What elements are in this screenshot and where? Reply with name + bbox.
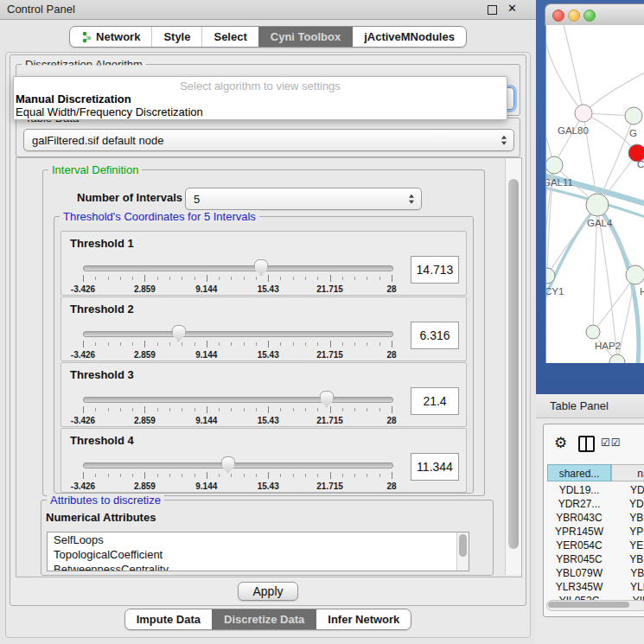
slider-track[interactable] (83, 331, 393, 337)
network-node-gal80[interactable] (575, 105, 592, 122)
tab-style[interactable]: Style (151, 27, 201, 47)
threshold-slider[interactable]: -3.4262.8599.14415.4321.71528 (83, 327, 392, 360)
tick-label: 9.144 (195, 284, 217, 294)
network-node-g[interactable] (625, 107, 642, 124)
slider-handle[interactable] (254, 259, 269, 276)
tab-cyni-toolbox[interactable]: Cyni Toolbox (258, 27, 352, 47)
table-cell[interactable]: YDR2 (611, 497, 644, 511)
tab-label: Select (214, 30, 246, 43)
select-columns-checkboxes-icon[interactable]: ☑☑ (601, 437, 622, 449)
list-item[interactable]: SelfLoops (48, 532, 469, 547)
group-title: Interval Definition (48, 163, 142, 176)
list-item[interactable]: TopologicalCoefficient (48, 547, 469, 562)
minor-tick (317, 277, 318, 280)
numerical-attributes-list[interactable]: SelfLoopsTopologicalCoefficientBetweenne… (47, 532, 469, 571)
scrollbar-thumb[interactable] (459, 534, 467, 557)
table-cell[interactable]: YPR1 (611, 525, 644, 539)
table-cell[interactable]: YDL19... (547, 483, 611, 497)
close-icon[interactable]: ✕ (507, 2, 517, 15)
bottom-tab-bar-wrap: Impute DataDiscretize DataInfer Network (6, 609, 530, 630)
slider-handle[interactable] (171, 325, 186, 341)
list-scrollbar[interactable] (456, 532, 469, 571)
vertical-scrollbar[interactable] (505, 158, 521, 575)
gear-icon[interactable]: ⚙ (554, 434, 567, 452)
number-of-intervals-combobox[interactable]: 5 (185, 188, 422, 210)
major-tick (83, 406, 84, 413)
float-window-icon[interactable] (488, 5, 497, 15)
network-nodes[interactable]: GAL80GCGAL11GAL4GCY1HHAP2 (546, 105, 644, 363)
network-node-gal4[interactable] (586, 194, 609, 216)
network-node-hap2[interactable] (586, 325, 600, 339)
threshold-value-box[interactable]: 21.4 (411, 387, 459, 415)
threshold-value-box[interactable]: 11.344 (411, 453, 459, 481)
table-row[interactable]: YBR045CYBR0 (547, 552, 644, 566)
tab-discretize-data[interactable]: Discretize Data (212, 609, 316, 629)
slider-handle[interactable] (220, 456, 235, 473)
table-data-group: Table Data galFiltered.sif default node (16, 118, 520, 157)
table-cell[interactable]: YBL079W (547, 566, 611, 580)
network-node-gal11[interactable] (546, 156, 563, 174)
table-data-combobox[interactable]: galFiltered.sif default node (23, 129, 514, 151)
tab-infer-network[interactable]: Infer Network (316, 609, 411, 629)
mac-zoom-button[interactable] (583, 10, 596, 22)
threshold-slider[interactable]: -3.4262.8599.14415.4321.71528 (83, 392, 392, 425)
minor-tick (120, 277, 121, 280)
table-row[interactable]: YLR345WYLR3 (547, 580, 644, 594)
column-header[interactable]: na (611, 464, 644, 481)
table-row[interactable]: YDR27...YDR2 (547, 497, 644, 511)
slider-handle[interactable] (320, 391, 335, 407)
apply-button[interactable]: Apply (238, 582, 297, 601)
table-cell[interactable]: YPR145W (547, 525, 611, 539)
minor-tick (367, 474, 367, 477)
threshold-label: Threshold 4 (70, 434, 134, 447)
tab-select[interactable]: Select (201, 27, 258, 47)
cyni-toolbox-pane: Discretization Algorithm Select algorith… (10, 54, 526, 606)
horizontal-scrollbar[interactable] (546, 600, 644, 611)
list-item[interactable]: BetweennessCentrality (48, 562, 469, 571)
mac-close-button[interactable] (552, 10, 564, 22)
tab-jactivemnodules[interactable]: jActiveMNodules (352, 27, 466, 47)
node-table[interactable]: shared...naYDL19...YDL1YDR27...YDR2YBR04… (547, 464, 644, 603)
slider-track[interactable] (83, 462, 393, 469)
tick-label: 15.43 (258, 284, 279, 294)
table-cell[interactable]: YLR345W (547, 580, 611, 594)
table-cell[interactable]: YDL1 (611, 483, 644, 497)
minor-tick (293, 277, 294, 280)
tick-label: 9.144 (195, 350, 217, 360)
network-node-h[interactable] (626, 265, 644, 284)
tab-impute-data[interactable]: Impute Data (125, 609, 212, 629)
table-row[interactable]: YBL079WYBL0 (547, 566, 644, 580)
dropdown-option-manual[interactable]: Manual Discretization (16, 92, 131, 105)
table-row[interactable]: YER054CYER0 (547, 539, 644, 552)
tab-network[interactable]: Network (70, 27, 151, 47)
table-cell[interactable]: YDR27... (547, 497, 611, 511)
scrollbar-thumb[interactable] (548, 602, 629, 608)
scrollbar-thumb[interactable] (508, 179, 519, 549)
threshold-value-box[interactable]: 6.316 (411, 322, 459, 349)
table-row[interactable]: YPR145WYPR1 (547, 525, 644, 539)
table-cell[interactable]: YBL0 (611, 566, 644, 580)
table-cell[interactable]: YBR045C (547, 552, 611, 566)
table-row[interactable]: YDL19...YDL1 (547, 483, 644, 497)
minor-tick (317, 474, 318, 477)
table-cell[interactable]: YBR043C (547, 511, 611, 525)
table-cell[interactable]: YBR0 (611, 552, 644, 566)
columns-icon[interactable] (578, 436, 595, 452)
threshold-value-box[interactable]: 14.713 (411, 256, 459, 284)
table-cell[interactable]: YLR3 (611, 580, 644, 594)
threshold-slider[interactable]: -3.4262.8599.14415.4321.71528 (83, 261, 392, 294)
column-header[interactable]: shared... (547, 464, 611, 481)
minor-tick (132, 408, 133, 411)
slider-track[interactable] (83, 397, 393, 403)
table-cell[interactable]: YBR0 (611, 511, 644, 525)
network-view-canvas[interactable]: GAL80GCGAL11GAL4GCY1HHAP2 (545, 25, 644, 363)
network-window-titlebar[interactable] (545, 3, 644, 26)
dropdown-option-equal-width[interactable]: Equal Width/Frequency Discretization (16, 105, 203, 118)
tick-label: 2.859 (134, 416, 156, 425)
table-cell[interactable]: YER054C (547, 539, 611, 552)
threshold-slider[interactable]: -3.4262.8599.14415.4321.71528 (83, 458, 392, 491)
slider-track[interactable] (83, 265, 393, 271)
table-row[interactable]: YBR043CYBR0 (547, 511, 644, 525)
mac-minimize-button[interactable] (568, 10, 580, 22)
table-cell[interactable]: YER0 (611, 539, 644, 552)
